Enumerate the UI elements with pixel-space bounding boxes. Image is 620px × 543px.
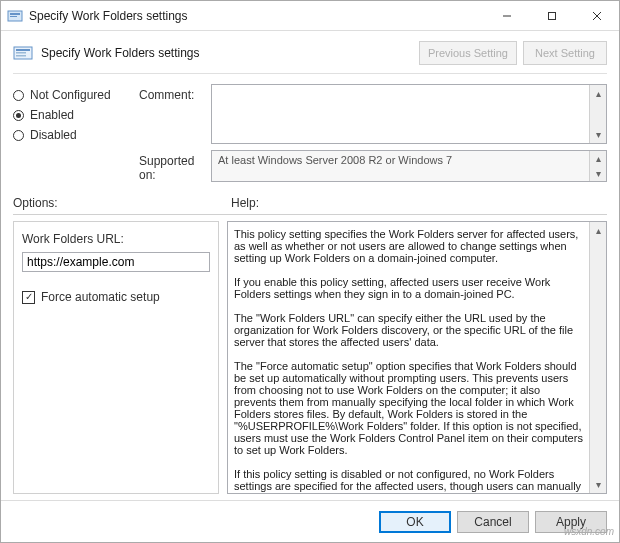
supported-label: Supported on: (139, 150, 211, 182)
scrollbar[interactable]: ▴ ▾ (589, 85, 606, 143)
force-automatic-setup-checkbox[interactable]: ✓ Force automatic setup (22, 290, 210, 304)
help-text: This policy setting specifies the Work F… (228, 222, 589, 493)
policy-header-icon (13, 45, 33, 61)
minimize-button[interactable] (484, 1, 529, 31)
scroll-down-icon[interactable]: ▾ (590, 126, 606, 143)
radio-label: Not Configured (30, 88, 111, 102)
svg-rect-9 (16, 52, 26, 54)
checkbox-label: Force automatic setup (41, 290, 160, 304)
checkbox-icon: ✓ (22, 291, 35, 304)
divider (13, 214, 607, 215)
comment-textarea[interactable]: ▴ ▾ (211, 84, 607, 144)
scroll-down-icon[interactable]: ▾ (590, 476, 606, 493)
scroll-up-icon[interactable]: ▴ (590, 222, 606, 239)
svg-rect-8 (16, 49, 30, 51)
maximize-button[interactable] (529, 1, 574, 31)
radio-icon (13, 90, 24, 101)
apply-button[interactable]: Apply (535, 511, 607, 533)
svg-rect-2 (10, 16, 17, 17)
previous-setting-button[interactable]: Previous Setting (419, 41, 517, 65)
scroll-down-icon[interactable]: ▾ (590, 166, 606, 181)
radio-icon (13, 110, 24, 121)
comment-label: Comment: (139, 84, 211, 102)
help-pane: This policy setting specifies the Work F… (227, 221, 607, 494)
ok-button[interactable]: OK (379, 511, 451, 533)
options-pane: Work Folders URL: ✓ Force automatic setu… (13, 221, 219, 494)
svg-rect-4 (548, 12, 555, 19)
supported-value: At least Windows Server 2008 R2 or Windo… (218, 154, 452, 166)
cancel-button[interactable]: Cancel (457, 511, 529, 533)
scrollbar[interactable]: ▴ ▾ (589, 151, 606, 181)
header-strip: Specify Work Folders settings Previous S… (1, 31, 619, 71)
work-folders-url-label: Work Folders URL: (22, 232, 210, 246)
radio-enabled[interactable]: Enabled (13, 108, 127, 122)
svg-rect-10 (16, 55, 26, 57)
scrollbar[interactable]: ▴ ▾ (589, 222, 606, 493)
close-button[interactable] (574, 1, 619, 31)
titlebar: Specify Work Folders settings (1, 1, 619, 31)
radio-icon (13, 130, 24, 141)
divider (13, 73, 607, 74)
radio-label: Disabled (30, 128, 77, 142)
state-radios: Not Configured Enabled Disabled (13, 84, 127, 182)
radio-label: Enabled (30, 108, 74, 122)
next-setting-button[interactable]: Next Setting (523, 41, 607, 65)
page-title: Specify Work Folders settings (41, 46, 419, 60)
window-title: Specify Work Folders settings (29, 9, 484, 23)
config-area: Not Configured Enabled Disabled Comment:… (1, 80, 619, 186)
scroll-up-icon[interactable]: ▴ (590, 151, 606, 166)
dialog-footer: OK Cancel Apply (1, 500, 619, 542)
pane-labels: Options: Help: (1, 186, 619, 214)
work-folders-url-input[interactable] (22, 252, 210, 272)
supported-on-box: At least Windows Server 2008 R2 or Windo… (211, 150, 607, 182)
panes: Work Folders URL: ✓ Force automatic setu… (1, 221, 619, 494)
policy-icon (7, 8, 23, 24)
scroll-up-icon[interactable]: ▴ (590, 85, 606, 102)
radio-disabled[interactable]: Disabled (13, 128, 127, 142)
options-label: Options: (13, 196, 231, 210)
help-label: Help: (231, 196, 607, 210)
radio-not-configured[interactable]: Not Configured (13, 88, 127, 102)
svg-rect-1 (10, 13, 20, 15)
